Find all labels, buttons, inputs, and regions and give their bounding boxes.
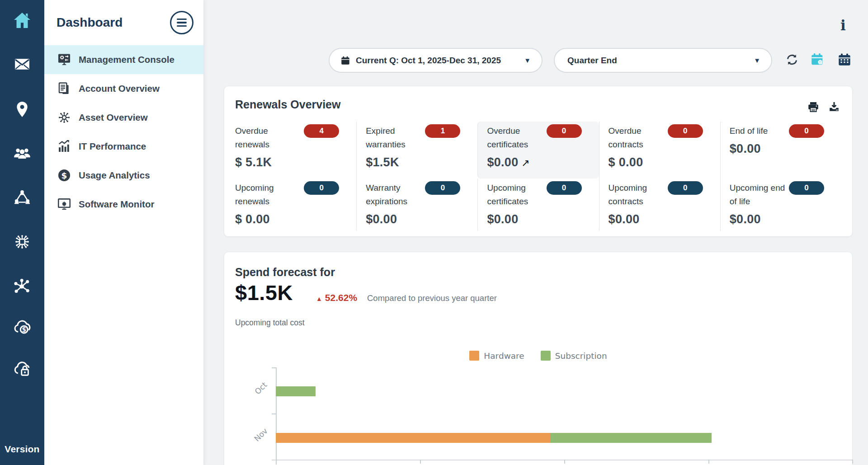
stat-label: Upcoming end of life: [730, 181, 789, 208]
stat-label: Upcoming renewals: [235, 181, 303, 208]
stat-upcoming-end-of-life[interactable]: Upcoming end of life0$0.00: [720, 178, 841, 231]
sidebar-item-label: Account Overview: [79, 83, 160, 94]
stat-value: $ 0.00: [235, 212, 348, 226]
stat-value: $0.00: [730, 212, 833, 226]
date-range-dropdown[interactable]: Current Q: Oct 1, 2025-Dec 31, 2025 ▼: [329, 48, 542, 73]
legend-item-subscription[interactable]: Subscription: [541, 351, 607, 361]
mail-icon[interactable]: [0, 55, 44, 73]
stat-label: Upcoming certificates: [487, 181, 546, 208]
sidebar-item-label: Management Console: [79, 54, 175, 65]
legend-label: Subscription: [555, 351, 607, 361]
stat-count-badge: 0: [668, 124, 703, 138]
location-icon[interactable]: [0, 100, 44, 118]
stat-label: Overdue contracts: [609, 124, 668, 151]
cloud-lock-icon[interactable]: [0, 359, 44, 379]
stat-count-badge: 0: [789, 181, 824, 195]
sidebar-item-software-monitor[interactable]: Software Monitor: [44, 190, 203, 219]
stat-value: $1.5K: [366, 155, 469, 169]
sidebar-item-account-overview[interactable]: Account Overview: [44, 74, 203, 103]
sidebar-item-label: IT Performance: [79, 141, 146, 152]
stat-upcoming-renewals[interactable]: Upcoming renewals0$ 0.00: [235, 178, 356, 231]
sidebar-item-it-performance[interactable]: IT Performance: [44, 132, 203, 161]
home-icon[interactable]: [0, 10, 44, 31]
legend-item-hardware[interactable]: Hardware: [469, 351, 524, 361]
period-dropdown[interactable]: Quarter End ▼: [554, 48, 772, 73]
account-overview-icon: [57, 81, 72, 96]
refresh-icon[interactable]: [783, 50, 801, 70]
sidebar-item-label: Software Monitor: [79, 199, 154, 210]
stat-overdue-certificates[interactable]: Overdue certificates0$0.00 ↗: [477, 122, 599, 178]
icon-rail: $ Version: [0, 0, 44, 465]
renewals-title: Renewals Overview: [235, 98, 340, 111]
stat-count-badge: 0: [304, 181, 339, 195]
stat-value: $0.00: [366, 212, 469, 226]
hamburger-menu-button[interactable]: [170, 11, 193, 34]
renewals-overview-card: Renewals Overview Overdue renewals4$ 5.1…: [224, 86, 853, 237]
stat-end-of-life[interactable]: End of life0$0.00: [720, 122, 841, 178]
y-axis-label-oct: Oct: [250, 378, 272, 399]
chip-icon[interactable]: [0, 232, 44, 251]
stat-upcoming-contracts[interactable]: Upcoming contracts0$0.00: [599, 178, 720, 231]
stat-value: $0.00 ↗: [487, 155, 590, 169]
sidebar: Dashboard Management Console Account Ove…: [44, 0, 203, 465]
network-icon[interactable]: [0, 277, 44, 296]
sidebar-item-usage-analytics[interactable]: $ Usage Analytics: [44, 161, 203, 190]
external-link-arrow-icon: ↗: [518, 157, 529, 169]
stat-value: $0.00: [609, 212, 712, 226]
asset-overview-icon: [57, 110, 72, 125]
calendar-search-icon[interactable]: [808, 50, 826, 70]
info-icon[interactable]: i: [835, 17, 851, 35]
stat-count-badge: 0: [668, 181, 703, 195]
legend-label: Hardware: [484, 351, 524, 361]
stat-overdue-contracts[interactable]: Overdue contracts0$ 0.00: [599, 122, 720, 178]
download-icon[interactable]: [828, 101, 840, 113]
renewals-stats-row-overdue: Overdue renewals4$ 5.1KExpired warrantie…: [235, 122, 841, 178]
hardware-swatch: [469, 351, 479, 361]
stat-value: $ 0.00: [609, 155, 712, 169]
stat-label: End of life: [730, 124, 768, 138]
sidebar-item-label: Asset Overview: [79, 112, 148, 123]
print-icon[interactable]: [807, 101, 820, 113]
stat-warranty-expirations[interactable]: Warranty expirations0$0.00: [356, 178, 477, 231]
bar-nov-subscription[interactable]: [550, 433, 712, 443]
svg-text:$: $: [61, 171, 67, 180]
software-monitor-icon: [57, 197, 72, 212]
stat-expired-warranties[interactable]: Expired warranties1$1.5K: [356, 122, 477, 178]
stat-upcoming-certificates[interactable]: Upcoming certificates0$0.00: [477, 178, 599, 231]
hierarchy-icon[interactable]: [0, 188, 44, 207]
y-axis: [276, 367, 277, 465]
stat-value: $0.00: [730, 142, 833, 156]
spend-title: Spend forecast for: [235, 266, 335, 279]
it-performance-icon: [57, 139, 72, 154]
date-range-value: Current Q: Oct 1, 2025-Dec 31, 2025: [356, 56, 519, 66]
calendar-icon: [340, 56, 350, 66]
sidebar-item-asset-overview[interactable]: Asset Overview: [44, 103, 203, 132]
trend-up-icon: ▲: [316, 295, 322, 302]
subscription-swatch: [541, 351, 551, 361]
stat-count-badge: 0: [425, 181, 460, 195]
period-value: Quarter End: [567, 56, 749, 66]
sidebar-item-management-console[interactable]: Management Console: [44, 45, 203, 74]
management-console-icon: [57, 52, 72, 67]
stat-count-badge: 0: [547, 124, 582, 138]
stat-overdue-renewals[interactable]: Overdue renewals4$ 5.1K: [235, 122, 356, 178]
calendar-grid-icon[interactable]: [835, 50, 854, 70]
page-title: Dashboard: [57, 15, 170, 30]
spend-forecast-chart: OctNov: [276, 367, 853, 465]
bar-nov-hardware[interactable]: [276, 433, 550, 443]
spend-change-value: 52.62%: [325, 292, 357, 303]
spend-compare-label: Compared to previous year quarter: [367, 293, 497, 303]
spend-subtitle: Upcoming total cost: [235, 318, 305, 328]
spend-forecast-card: Spend forecast for $1.5K ▲52.62% Compare…: [224, 252, 853, 465]
stat-value: $ 5.1K: [235, 155, 348, 169]
bar-oct-subscription[interactable]: [276, 386, 316, 396]
spend-amount: $1.5K: [235, 280, 293, 305]
spend-change: ▲52.62%: [316, 292, 357, 303]
chevron-down-icon: ▼: [754, 56, 760, 64]
stat-count-badge: 4: [304, 124, 339, 138]
users-icon[interactable]: [0, 144, 44, 163]
y-axis-label-nov: Nov: [250, 424, 272, 446]
cloud-dollar-icon[interactable]: $: [0, 317, 44, 337]
version-label: Version: [0, 444, 44, 455]
dashboard-app: $ Version Dashboard Management Console A…: [0, 0, 868, 465]
